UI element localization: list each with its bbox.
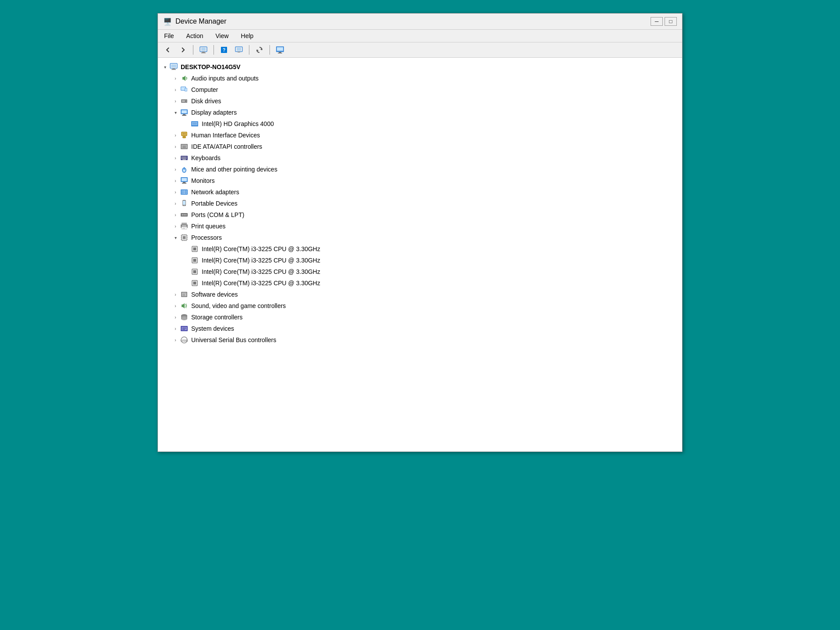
svg-rect-58 bbox=[182, 178, 187, 181]
tree-label-usb: Universal Serial Bus controllers bbox=[191, 336, 276, 343]
expand-system[interactable]: › bbox=[172, 325, 179, 332]
svg-rect-118 bbox=[182, 328, 186, 329]
svg-rect-38 bbox=[182, 136, 186, 138]
maximize-button[interactable]: □ bbox=[665, 17, 677, 26]
svg-rect-49 bbox=[183, 158, 184, 159]
window-icon: 🖥️ bbox=[163, 18, 172, 26]
tree-item-cpu4[interactable]: › Intel(R) Core(TM) i3-3225 CPU @ 3.30GH… bbox=[158, 277, 682, 289]
back-button[interactable] bbox=[161, 44, 175, 56]
toolbar-sep-2 bbox=[214, 45, 214, 55]
expand-mice[interactable]: › bbox=[172, 166, 179, 173]
tree-item-cpu2[interactable]: › Intel(R) Core(TM) i3-3225 CPU @ 3.30GH… bbox=[158, 255, 682, 266]
tree-item-display[interactable]: ▾ Display adapters bbox=[158, 107, 682, 118]
tree-item-portable[interactable]: › Portable Devices bbox=[158, 198, 682, 209]
icon-system bbox=[180, 324, 189, 333]
svg-rect-32 bbox=[192, 122, 197, 125]
expand-computer[interactable]: › bbox=[172, 86, 179, 93]
expand-root[interactable]: ▾ bbox=[161, 63, 168, 70]
svg-point-25 bbox=[185, 101, 186, 102]
tree-label-hid: Human Interface Devices bbox=[191, 132, 260, 139]
icon-network bbox=[180, 188, 189, 196]
expand-print[interactable]: › bbox=[172, 223, 179, 230]
expand-ide[interactable]: › bbox=[172, 143, 179, 150]
expand-usb[interactable]: › bbox=[172, 336, 179, 343]
expand-keyboard[interactable]: › bbox=[172, 154, 179, 161]
expand-portable[interactable]: › bbox=[172, 200, 179, 207]
tree-item-disk[interactable]: › Disk drives bbox=[158, 95, 682, 107]
tree-item-sound[interactable]: › Sound, video and game controllers bbox=[158, 300, 682, 312]
svg-rect-55 bbox=[184, 167, 185, 169]
svg-rect-7 bbox=[237, 48, 241, 51]
menu-file[interactable]: File bbox=[161, 32, 177, 40]
svg-rect-78 bbox=[182, 228, 185, 229]
expand-disk[interactable]: › bbox=[172, 98, 179, 105]
expand-monitors[interactable]: › bbox=[172, 177, 179, 184]
minimize-button[interactable]: ─ bbox=[651, 17, 663, 26]
device-manager-toolbar-btn[interactable] bbox=[197, 44, 210, 56]
help-toolbar-btn[interactable]: ? bbox=[217, 44, 231, 56]
tree-item-hid[interactable]: › Human Interface Devices bbox=[158, 130, 682, 141]
tree-item-gpu[interactable]: › Intel(R) HD Graphics 4000 bbox=[158, 118, 682, 130]
svg-point-72 bbox=[186, 214, 187, 216]
svg-rect-67 bbox=[183, 201, 186, 205]
expand-ports[interactable]: › bbox=[172, 211, 179, 218]
expand-network[interactable]: › bbox=[172, 189, 179, 196]
tree-item-usb[interactable]: › USB Universal Serial Bus controllers bbox=[158, 334, 682, 346]
tree-item-cpu3[interactable]: › Intel(R) Core(TM) i3-3225 CPU @ 3.30GH… bbox=[158, 266, 682, 277]
tree-item-storage[interactable]: › Storage controllers bbox=[158, 312, 682, 323]
forward-button[interactable] bbox=[176, 44, 189, 56]
tree-item-mice[interactable]: › Mice and other pointing devices bbox=[158, 164, 682, 175]
svg-point-71 bbox=[184, 214, 185, 216]
window-title: Device Manager bbox=[175, 18, 227, 25]
tree-item-system[interactable]: › System devices bbox=[158, 323, 682, 334]
tree-item-keyboard[interactable]: › Keyboards bbox=[158, 152, 682, 164]
tree-item-cpu1[interactable]: › Intel(R) Core(TM) i3-3225 CPU @ 3.30GH… bbox=[158, 243, 682, 255]
svg-rect-44 bbox=[182, 157, 182, 158]
tree-item-software[interactable]: › Software devices bbox=[158, 289, 682, 300]
tree-item-print[interactable]: › Print queues bbox=[158, 220, 682, 232]
svg-rect-109 bbox=[182, 294, 185, 295]
monitor-toolbar-btn[interactable] bbox=[273, 44, 287, 56]
tree-item-ide[interactable]: › IDE ATA/ATAPI controllers bbox=[158, 141, 682, 152]
svg-rect-60 bbox=[182, 183, 186, 184]
expand-hid[interactable]: › bbox=[172, 132, 179, 139]
tree-label-print: Print queues bbox=[191, 223, 226, 230]
expand-software[interactable]: › bbox=[172, 291, 179, 298]
svg-rect-14 bbox=[278, 53, 282, 53]
tree-item-monitors[interactable]: › Monitors bbox=[158, 175, 682, 186]
update-toolbar-btn[interactable] bbox=[253, 44, 266, 56]
svg-rect-42 bbox=[182, 147, 186, 148]
expand-display[interactable]: ▾ bbox=[172, 109, 179, 116]
expand-storage[interactable]: › bbox=[172, 314, 179, 321]
svg-rect-81 bbox=[183, 236, 186, 239]
tree-label-audio: Audio inputs and outputs bbox=[191, 75, 259, 82]
expand-sound[interactable]: › bbox=[172, 302, 179, 309]
tree-item-audio[interactable]: › Audio inputs and outputs bbox=[158, 73, 682, 84]
tree-item-processors[interactable]: ▾ bbox=[158, 232, 682, 243]
svg-rect-59 bbox=[183, 182, 186, 183]
tree-label-monitors: Monitors bbox=[191, 177, 215, 184]
properties-toolbar-btn[interactable] bbox=[232, 44, 245, 56]
menu-bar: File Action View Help bbox=[158, 30, 682, 42]
tree-label-sound: Sound, video and game controllers bbox=[191, 302, 286, 309]
svg-rect-48 bbox=[182, 158, 182, 159]
tree-label-gpu: Intel(R) HD Graphics 4000 bbox=[202, 120, 274, 127]
svg-rect-117 bbox=[182, 327, 187, 330]
menu-action[interactable]: Action bbox=[184, 32, 206, 40]
tree-item-computer[interactable]: › Computer bbox=[158, 84, 682, 95]
menu-view[interactable]: View bbox=[213, 32, 231, 40]
tree-label-system: System devices bbox=[191, 325, 234, 332]
icon-cpu2 bbox=[190, 256, 199, 265]
expand-processors[interactable]: ▾ bbox=[172, 234, 179, 241]
svg-rect-37 bbox=[182, 133, 186, 134]
menu-help[interactable]: Help bbox=[238, 32, 256, 40]
svg-rect-8 bbox=[238, 52, 240, 52]
tree-item-ports[interactable]: › Ports (COM & LPT) bbox=[158, 209, 682, 220]
tree-item-root[interactable]: ▾ DESKTOP-NO14G5V bbox=[158, 61, 682, 73]
svg-rect-47 bbox=[186, 157, 186, 158]
tree-item-network[interactable]: › Network adapters bbox=[158, 186, 682, 198]
expand-audio[interactable]: › bbox=[172, 75, 179, 82]
icon-desktop bbox=[169, 63, 178, 71]
svg-rect-13 bbox=[279, 52, 281, 53]
svg-rect-27 bbox=[182, 110, 187, 113]
